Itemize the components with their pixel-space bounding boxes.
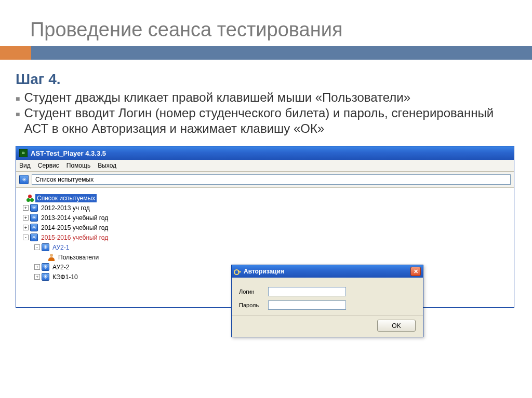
dialog-titlebar[interactable]: Авторизация ✕	[232, 265, 423, 278]
tree-node-label[interactable]: АУ2-2	[51, 263, 71, 271]
window-titlebar[interactable]: » AST-Test_Player 4.3.3.5	[16, 146, 514, 160]
folder-icon: ✳	[42, 273, 49, 281]
tree-node-label[interactable]: 2014-2015 учебный год	[39, 224, 110, 232]
app-icon: »	[19, 149, 28, 157]
tree-node[interactable]: - ✳ 2015-2016 учебный год	[19, 232, 170, 242]
folder-icon: ✳	[42, 263, 49, 271]
tree-root[interactable]: Список испытуемых	[19, 193, 170, 203]
bullet-item: ■ Студент вводит Логин (номер студенческ…	[16, 105, 516, 136]
expand-toggle[interactable]: +	[23, 225, 29, 230]
tree-node-label[interactable]: 2015-2016 учебный год	[39, 234, 110, 242]
expand-toggle[interactable]: +	[23, 205, 29, 211]
tree-node[interactable]: + ✳ 2013-2014 учебный год	[19, 213, 170, 223]
hierarchy-icon	[26, 195, 34, 202]
folder-icon: ✳	[30, 214, 38, 222]
password-input[interactable]	[268, 300, 346, 310]
expand-toggle[interactable]: +	[34, 274, 40, 280]
title-accent-bar	[0, 46, 532, 60]
bullet-marker: ■	[16, 110, 20, 119]
ok-button[interactable]: OK	[377, 320, 416, 332]
expand-toggle[interactable]: -	[23, 235, 29, 240]
folder-icon: ✳	[42, 243, 49, 251]
menubar: Вид Сервис Помощь Выход	[16, 160, 514, 172]
login-input[interactable]	[268, 287, 346, 296]
tree-node-label[interactable]: КЭФ1-10	[51, 273, 79, 281]
tree-node[interactable]: - ✳ АУ2-1	[19, 242, 170, 252]
tree-root-label[interactable]: Список испытуемых	[35, 194, 97, 202]
tree-node-label[interactable]: АУ2-1	[51, 243, 71, 252]
key-icon	[234, 268, 241, 275]
tree-node[interactable]: + ✳ КЭФ1-10	[19, 272, 170, 282]
login-label: Логин	[239, 289, 268, 295]
tree-node-users[interactable]: Пользователи	[19, 252, 170, 262]
menu-service[interactable]: Сервис	[38, 162, 59, 169]
password-label: Пароль	[239, 302, 268, 308]
tree-node[interactable]: + ✳ 2014-2015 учебный год	[19, 223, 170, 232]
bullet-text: Студент дважды кликает правой клавишей м…	[24, 90, 410, 105]
bullet-text: Студент вводит Логин (номер студенческог…	[24, 105, 516, 136]
dialog-title: Авторизация	[244, 268, 284, 275]
toolbar-button[interactable]: ✳	[19, 175, 29, 184]
user-icon	[48, 254, 55, 261]
expand-toggle[interactable]: +	[34, 264, 40, 270]
menu-exit[interactable]: Выход	[98, 162, 116, 169]
tree-users-label[interactable]: Пользователи	[57, 253, 100, 262]
window-title: AST-Test_Player 4.3.3.5	[31, 149, 106, 157]
toolbar: ✳ Список испытуемых	[16, 172, 514, 188]
menu-view[interactable]: Вид	[19, 162, 31, 169]
step-heading: Шаг 4.	[16, 71, 516, 88]
tree-view[interactable]: Список испытуемых + ✳ 2012-2013 уч год +…	[19, 193, 170, 282]
path-field[interactable]: Список испытуемых	[32, 174, 511, 185]
bullet-marker: ■	[16, 94, 20, 104]
tree-node[interactable]: + ✳ АУ2-2	[19, 262, 170, 272]
auth-dialog: Авторизация ✕ Логин Пароль OK	[231, 265, 423, 337]
tree-node-label[interactable]: 2013-2014 учебный год	[39, 214, 110, 222]
tree-node-label[interactable]: 2012-2013 уч год	[39, 204, 91, 212]
bullet-item: ■ Студент дважды кликает правой клавишей…	[16, 90, 516, 105]
slide-title: Проведение сеанса тестирования	[0, 0, 532, 46]
tree-node[interactable]: + ✳ 2012-2013 уч год	[19, 203, 170, 213]
folder-icon: ✳	[30, 224, 38, 231]
expand-toggle[interactable]: -	[34, 244, 40, 250]
close-button[interactable]: ✕	[410, 267, 421, 276]
folder-icon: ✳	[30, 204, 38, 212]
expand-toggle[interactable]: +	[23, 215, 29, 221]
menu-help[interactable]: Помощь	[66, 162, 90, 169]
folder-icon: ✳	[30, 234, 38, 241]
